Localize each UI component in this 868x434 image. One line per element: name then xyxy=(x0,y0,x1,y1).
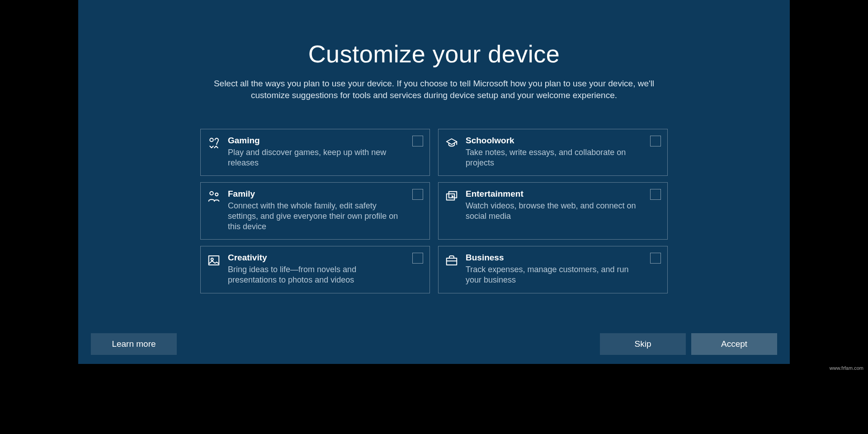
page-title: Customize your device xyxy=(78,40,790,68)
card-family[interactable]: Family Connect with the whole family, ed… xyxy=(200,182,430,240)
business-icon xyxy=(445,254,458,267)
skip-button[interactable]: Skip xyxy=(600,333,686,355)
card-checkbox[interactable] xyxy=(650,253,661,264)
card-text: Creativity Bring ideas to life—from nove… xyxy=(228,253,423,285)
watermark: www.frfam.com xyxy=(830,365,863,371)
svg-point-0 xyxy=(210,138,213,142)
svg-rect-3 xyxy=(447,194,455,200)
card-checkbox[interactable] xyxy=(412,189,423,200)
svg-point-2 xyxy=(215,193,218,196)
card-title: Entertainment xyxy=(466,189,641,199)
card-title: Business xyxy=(466,253,641,263)
card-desc: Play and discover games, keep up with ne… xyxy=(228,147,403,168)
card-checkbox[interactable] xyxy=(650,189,661,200)
schoolwork-icon xyxy=(445,137,458,150)
card-title: Schoolwork xyxy=(466,136,641,146)
creativity-icon xyxy=(207,254,221,267)
card-text: Schoolwork Take notes, write essays, and… xyxy=(466,136,661,168)
card-checkbox[interactable] xyxy=(650,136,661,146)
card-checkbox[interactable] xyxy=(412,253,423,264)
card-text: Entertainment Watch videos, browse the w… xyxy=(466,189,661,222)
accept-button[interactable]: Accept xyxy=(691,333,777,355)
svg-point-1 xyxy=(210,192,213,195)
setup-screen: Customize your device Select all the way… xyxy=(78,0,790,364)
card-title: Gaming xyxy=(228,136,403,146)
card-desc: Watch videos, browse the web, and connec… xyxy=(466,201,641,222)
card-creativity[interactable]: Creativity Bring ideas to life—from nove… xyxy=(200,246,430,293)
gaming-icon xyxy=(207,137,221,150)
footer: Learn more Skip Accept xyxy=(78,333,790,355)
footer-spacer xyxy=(182,333,594,355)
card-desc: Connect with the whole family, edit safe… xyxy=(228,201,403,232)
card-entertainment[interactable]: Entertainment Watch videos, browse the w… xyxy=(438,182,668,240)
card-desc: Take notes, write essays, and collaborat… xyxy=(466,147,641,168)
options-grid: Gaming Play and discover games, keep up … xyxy=(200,129,668,293)
card-desc: Bring ideas to life—from novels and pres… xyxy=(228,264,403,285)
card-checkbox[interactable] xyxy=(412,136,423,146)
svg-point-6 xyxy=(211,258,213,260)
page-subtitle: Select all the ways you plan to use your… xyxy=(199,78,669,101)
svg-rect-5 xyxy=(209,256,219,265)
card-title: Family xyxy=(228,189,403,199)
family-icon xyxy=(207,190,221,203)
card-text: Business Track expenses, manage customer… xyxy=(466,253,661,285)
card-schoolwork[interactable]: Schoolwork Take notes, write essays, and… xyxy=(438,129,668,176)
card-business[interactable]: Business Track expenses, manage customer… xyxy=(438,246,668,293)
card-text: Family Connect with the whole family, ed… xyxy=(228,189,423,232)
svg-rect-7 xyxy=(447,258,457,265)
card-gaming[interactable]: Gaming Play and discover games, keep up … xyxy=(200,129,430,176)
learn-more-button[interactable]: Learn more xyxy=(91,333,177,355)
card-title: Creativity xyxy=(228,253,403,263)
card-desc: Track expenses, manage customers, and ru… xyxy=(466,264,641,285)
card-text: Gaming Play and discover games, keep up … xyxy=(228,136,423,168)
entertainment-icon xyxy=(445,190,458,203)
